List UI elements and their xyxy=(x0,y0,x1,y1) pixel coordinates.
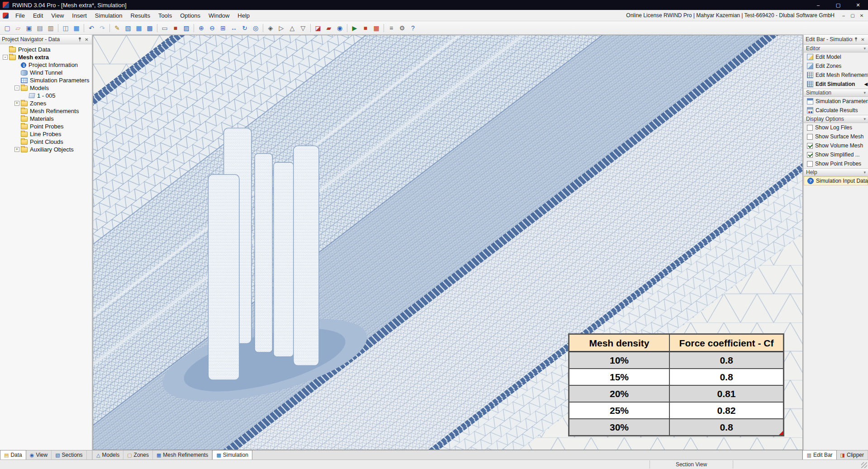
tree-expander[interactable] xyxy=(14,78,19,83)
tree-item[interactable]: Project Information xyxy=(0,61,92,69)
tab-zones[interactable]: ▢ Zones xyxy=(123,450,153,460)
tab-sections[interactable]: ▧ Sections xyxy=(52,450,86,460)
tree-expander[interactable] xyxy=(14,132,19,137)
tab-mesh-refinements[interactable]: ▦ Mesh Refinements xyxy=(153,450,212,460)
checkbox[interactable] xyxy=(807,161,813,167)
checkbox[interactable] xyxy=(807,134,813,140)
mdi-close-button[interactable]: ✕ xyxy=(857,11,866,19)
edit-mesh-refinements-icon[interactable]: ▦ xyxy=(133,23,144,33)
tree-expander[interactable]: + xyxy=(14,147,19,152)
tree-expander[interactable]: - xyxy=(14,85,19,90)
show-wind-tunnel-icon[interactable]: ▭ xyxy=(159,23,170,33)
menu-item[interactable]: Help xyxy=(233,10,254,21)
tree-item[interactable]: Project Data xyxy=(0,46,92,53)
tab-edit-bar[interactable]: ▥ Edit Bar xyxy=(802,450,836,460)
window-maximize-button[interactable]: ▢ xyxy=(828,0,848,10)
redo-icon[interactable]: ↷ xyxy=(97,23,108,33)
section-plane-icon[interactable]: ▰ xyxy=(323,23,334,33)
zoom-in-icon[interactable]: ⊕ xyxy=(196,23,207,33)
checkbox-show-volume-mesh[interactable]: Show Volume Mesh xyxy=(804,141,868,150)
editbar-item-edit-simulation[interactable]: Edit Simulation ◀ xyxy=(804,80,868,89)
new-project-icon[interactable]: ▢ xyxy=(2,23,13,33)
section-help[interactable]: Help ▾ xyxy=(804,168,868,176)
tree-item[interactable]: Line Probes xyxy=(0,130,92,138)
tree-item[interactable]: 1 - 005 xyxy=(0,92,92,99)
undo-icon[interactable]: ↶ xyxy=(86,23,97,33)
view-x-icon[interactable]: ▷ xyxy=(276,23,287,33)
tree-item[interactable]: Point Probes xyxy=(0,123,92,130)
view-isometric-icon[interactable]: ◈ xyxy=(265,23,276,33)
editbar-item-simulation-input-data[interactable]: ? Simulation Input Data xyxy=(804,176,868,185)
editbar-item-edit-zones[interactable]: Edit Zones xyxy=(804,62,868,71)
rotate-view-icon[interactable]: ↻ xyxy=(239,23,250,33)
view-z-icon[interactable]: ▽ xyxy=(298,23,308,33)
tab-models[interactable]: △ Models xyxy=(93,450,123,460)
save-project-icon[interactable]: ▣ xyxy=(24,23,34,33)
checkbox-show-simplified[interactable]: Show Simplified ... xyxy=(804,150,868,159)
tree-item[interactable]: - Mesh extra xyxy=(0,53,92,61)
pin-icon[interactable] xyxy=(76,36,83,43)
menu-item[interactable]: Tools xyxy=(154,10,176,21)
tab-simulation[interactable]: ▩ Simulation xyxy=(212,450,252,460)
tree-item[interactable]: + Auxiliary Objects xyxy=(0,146,92,153)
print-icon[interactable]: ▥ xyxy=(45,23,56,33)
tree-item[interactable]: Point Clouds xyxy=(0,138,92,146)
menu-item[interactable]: Insert xyxy=(68,10,91,21)
results-table-icon[interactable]: ▦ xyxy=(371,23,382,33)
tree-item[interactable]: Simulation Parameters xyxy=(0,76,92,84)
fit-view-icon[interactable]: ◎ xyxy=(250,23,261,33)
checkbox-show-log-files[interactable]: Show Log Files xyxy=(804,123,868,132)
resize-grip[interactable] xyxy=(861,462,867,468)
tree-expander[interactable] xyxy=(14,62,19,67)
clipping-plane-icon[interactable]: ◪ xyxy=(313,23,323,33)
tree-expander[interactable] xyxy=(14,70,19,75)
menu-item[interactable]: File xyxy=(11,10,29,21)
tree-expander[interactable] xyxy=(14,124,19,129)
editbar-item-edit-model[interactable]: Edit Model xyxy=(804,52,868,62)
help-icon[interactable]: ? xyxy=(408,23,418,33)
pan-view-icon[interactable]: ↔ xyxy=(228,23,239,33)
view-y-icon[interactable]: △ xyxy=(287,23,298,33)
editbar-item-simulation-parameters[interactable]: Simulation Parameter... xyxy=(804,97,868,106)
tab-clipper[interactable]: ◨ Clipper xyxy=(837,450,868,460)
tree-expander[interactable] xyxy=(14,109,19,114)
menu-item[interactable]: Window xyxy=(204,10,233,21)
checkbox-show-point-probes[interactable]: Show Point Probes xyxy=(804,159,868,168)
tree-expander[interactable] xyxy=(3,47,8,52)
tree-item[interactable]: Mesh Refinements xyxy=(0,107,92,115)
import-data-icon[interactable]: ▤ xyxy=(34,23,45,33)
close-icon[interactable]: ✕ xyxy=(859,36,866,43)
tab-view[interactable]: ◉ View xyxy=(26,450,52,460)
mdi-minimize-button[interactable]: – xyxy=(839,11,848,19)
tree-expander[interactable] xyxy=(14,116,19,121)
zoom-window-icon[interactable]: ⊞ xyxy=(218,23,228,33)
pin-icon[interactable] xyxy=(853,36,859,43)
display-options-icon[interactable]: ≡ xyxy=(386,23,397,33)
close-icon[interactable]: ✕ xyxy=(83,36,90,43)
editbar-item-edit-mesh-refinements[interactable]: Edit Mesh Refinements xyxy=(804,71,868,80)
zoom-out-icon[interactable]: ⊖ xyxy=(207,23,218,33)
stop-calculation-icon[interactable]: ■ xyxy=(360,23,371,33)
tree-expander[interactable] xyxy=(14,139,19,144)
section-display-options[interactable]: Display Options ▾ xyxy=(804,115,868,123)
section-simulation[interactable]: Simulation ▾ xyxy=(804,89,868,97)
section-editor[interactable]: Editor ▾ xyxy=(804,44,868,52)
menu-item[interactable]: Simulation xyxy=(91,10,127,21)
copy-image-icon[interactable]: ◫ xyxy=(60,23,71,33)
probe-tool-icon[interactable]: ◉ xyxy=(334,23,345,33)
tree-item[interactable]: Wind Tunnel xyxy=(0,69,92,76)
tab-data[interactable]: ▤ Data xyxy=(0,450,26,460)
edit-table-icon[interactable]: ▦ xyxy=(71,23,82,33)
edit-model-icon[interactable]: ✎ xyxy=(112,23,123,33)
start-calculation-icon[interactable]: ▶ xyxy=(349,23,360,33)
checkbox[interactable] xyxy=(807,152,813,158)
editbar-item-calculate-results[interactable]: Calculate Results xyxy=(804,106,868,115)
edit-simulation-icon[interactable]: ▩ xyxy=(144,23,155,33)
tree-item[interactable]: Materials xyxy=(0,115,92,123)
checkbox[interactable] xyxy=(807,125,813,131)
window-close-button[interactable]: ✕ xyxy=(848,0,868,10)
menu-item[interactable]: Edit xyxy=(29,10,47,21)
settings-gear-icon[interactable]: ⚙ xyxy=(397,23,408,33)
edit-zones-icon[interactable]: ▧ xyxy=(123,23,133,33)
checkbox-show-surface-mesh[interactable]: Show Surface Mesh xyxy=(804,132,868,141)
